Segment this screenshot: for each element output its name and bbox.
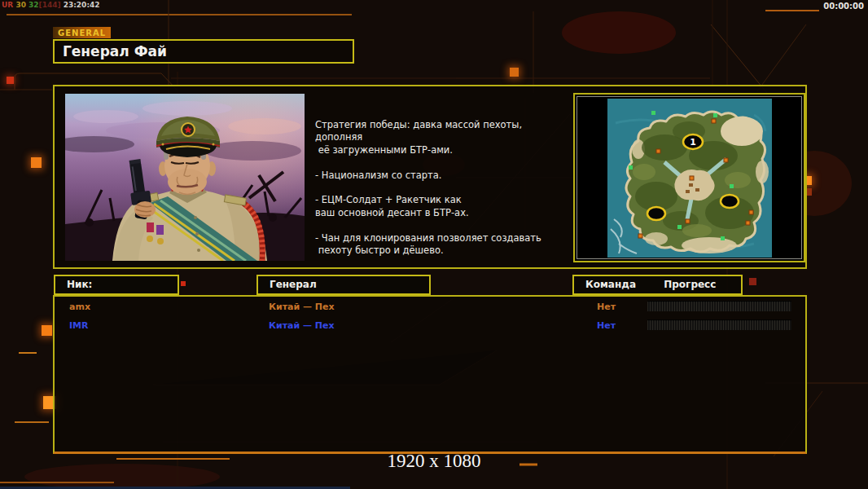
player-row: IMR Китай — Пех Нет: [55, 318, 805, 335]
start-position-marker: [721, 195, 739, 208]
player-start-number: 1: [690, 137, 696, 148]
header-nick: Ник:: [54, 275, 179, 295]
general-name: Генерал Фай: [63, 43, 167, 59]
header-progress-label: Прогресс: [664, 279, 716, 290]
loading-screen: UR 30 32[144] 23:20:42 00:00:00 GENERAL …: [0, 0, 868, 489]
general-title-box: Генерал Фай: [53, 39, 354, 64]
loading-progress-bar: [647, 319, 791, 330]
general-info-panel: Стратегия победы: давка массой пехоты, д…: [53, 85, 807, 269]
map-preview: 1: [576, 96, 802, 259]
player-general: Китай — Пех: [269, 302, 335, 312]
player-general: Китай — Пех: [269, 320, 335, 331]
header-general-label: Генерал: [270, 279, 317, 290]
strategy-description: Стратегия победы: давка массой пехоты, д…: [315, 119, 571, 257]
resolution-label: 1920 x 1080: [0, 451, 868, 472]
debug-part: [144]: [39, 1, 64, 9]
circuit-node: [31, 157, 42, 168]
debug-part: 32: [28, 1, 39, 9]
game-timer: 00:00:00: [823, 2, 864, 11]
player-list-panel: amx Китай — Пех Нет IMR Китай — Пех Нет: [53, 295, 807, 454]
debug-part: 30: [15, 1, 28, 9]
circuit-node: [749, 278, 756, 285]
debug-part: 23:20:42: [64, 1, 100, 9]
debug-part: UR: [2, 1, 15, 9]
player-nick: IMR: [69, 320, 89, 331]
circuit-node: [510, 68, 519, 77]
player-team: Нет: [597, 302, 616, 312]
general-portrait: [65, 94, 305, 261]
player-nick: amx: [69, 302, 90, 312]
player-team: Нет: [597, 320, 616, 331]
general-tab-label: GENERAL: [53, 27, 111, 38]
start-position-marker: [647, 207, 665, 220]
header-general: Генерал: [256, 275, 431, 295]
player-row: amx Китай — Пех Нет: [55, 299, 805, 316]
header-team-progress: Команда Прогресс: [572, 275, 743, 295]
header-team-label: Команда: [585, 279, 636, 290]
header-nick-label: Ник:: [67, 279, 92, 290]
map-preview-box: 1: [573, 93, 805, 262]
circuit-node: [7, 77, 14, 84]
circuit-node: [42, 325, 52, 336]
loading-progress-bar: [647, 301, 791, 311]
circuit-node: [181, 281, 186, 286]
debug-overlay: UR 30 32[144] 23:20:42: [2, 1, 100, 9]
